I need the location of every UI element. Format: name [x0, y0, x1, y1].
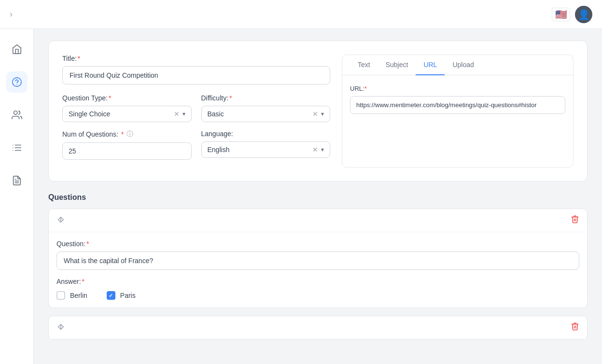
answer-checkbox-paris[interactable]	[107, 291, 115, 300]
language-arrow-icon[interactable]: ▾	[321, 146, 324, 153]
tab-text[interactable]: Text	[350, 55, 378, 75]
language-label: Language:	[201, 130, 331, 138]
answer-text-berlin: Berlin	[70, 292, 87, 299]
answer-checkbox-berlin[interactable]	[56, 291, 65, 300]
help-circle-icon: ⓘ	[126, 130, 133, 139]
title-row: Title:*	[62, 55, 330, 84]
answer-label: Answer:*	[56, 278, 579, 285]
avatar[interactable]: 👤	[575, 6, 592, 23]
svg-point-2	[14, 111, 17, 114]
url-label: URL:*	[350, 85, 565, 92]
answer-item-berlin: Berlin	[56, 291, 87, 300]
card-inner: Title:* Question Type:* Single Choice	[62, 55, 574, 168]
sidebar-item-list[interactable]	[6, 137, 28, 158]
question-field-label: Question:*	[56, 240, 579, 248]
difficulty-label: Difficulty:*	[201, 94, 331, 102]
language-clear-icon[interactable]: ✕	[312, 146, 318, 154]
card-left: Title:* Question Type:* Single Choice	[62, 55, 330, 168]
topbar-right: 🇺🇸 👤	[552, 6, 592, 23]
main-form-card: Title:* Question Type:* Single Choice	[48, 41, 588, 182]
title-input[interactable]	[62, 66, 330, 84]
question-type-arrow-icon[interactable]: ▾	[182, 111, 185, 117]
difficulty-col: Difficulty:* Basic ✕ ▾	[201, 94, 331, 122]
svg-point-0	[12, 78, 21, 86]
title-label: Title:*	[62, 55, 330, 62]
question-type-label: Question Type:*	[62, 94, 192, 102]
sidebar-item-home[interactable]	[6, 39, 28, 60]
question-card: Question:* Answer:* Berlin Paris	[48, 209, 588, 308]
language-value: English	[208, 146, 310, 154]
tab-subject[interactable]: Subject	[378, 55, 416, 75]
url-input[interactable]	[350, 96, 565, 114]
difficulty-select[interactable]: Basic ✕ ▾	[201, 106, 331, 122]
tab-url-content: URL:*	[342, 75, 573, 124]
main-content: Title:* Question Type:* Single Choice	[34, 29, 602, 364]
num-questions-col: Num of Questions:* ⓘ	[62, 130, 192, 160]
question-type-clear-icon[interactable]: ✕	[174, 110, 180, 118]
answers-row: Berlin Paris	[56, 291, 579, 300]
question-card-2-header	[49, 316, 587, 339]
topbar: › 🇺🇸 👤	[0, 0, 602, 29]
topbar-left: ›	[10, 9, 13, 19]
delete-question-2-button[interactable]	[571, 322, 579, 333]
num-questions-label: Num of Questions:* ⓘ	[62, 130, 192, 139]
question-card-body: Question:* Answer:* Berlin Paris	[49, 232, 587, 308]
difficulty-value: Basic	[208, 110, 310, 118]
tab-upload[interactable]: Upload	[445, 55, 481, 75]
delete-question-button[interactable]	[571, 215, 579, 226]
sidebar-item-users[interactable]	[6, 104, 28, 126]
sort-icon-2[interactable]	[56, 322, 65, 333]
question-type-select[interactable]: Single Choice ✕ ▾	[62, 106, 192, 122]
sidebar-item-help[interactable]	[6, 71, 28, 93]
questions-section: Questions	[48, 193, 588, 340]
num-questions-input[interactable]	[62, 142, 192, 160]
question-input[interactable]	[56, 252, 579, 270]
question-type-col: Question Type:* Single Choice ✕ ▾	[62, 94, 192, 122]
num-language-row: Num of Questions:* ⓘ Language: English	[62, 130, 330, 160]
questions-section-title: Questions	[48, 193, 588, 202]
question-card-2	[48, 316, 588, 340]
answer-item-paris: Paris	[107, 291, 136, 300]
difficulty-arrow-icon[interactable]: ▾	[321, 111, 324, 117]
difficulty-clear-icon[interactable]: ✕	[312, 110, 318, 118]
tab-url[interactable]: URL	[416, 55, 445, 75]
collapse-icon[interactable]: ›	[10, 9, 13, 19]
question-difficulty-row: Question Type:* Single Choice ✕ ▾ Diffic…	[62, 94, 330, 122]
tabs: Text Subject URL Upload	[342, 55, 573, 75]
sidebar-item-document[interactable]	[6, 170, 28, 191]
sidebar	[0, 29, 34, 364]
language-flag[interactable]: 🇺🇸	[552, 8, 570, 21]
layout: Title:* Question Type:* Single Choice	[0, 29, 602, 364]
answer-text-paris: Paris	[120, 292, 136, 299]
language-select[interactable]: English ✕ ▾	[201, 141, 331, 158]
question-type-value: Single Choice	[69, 110, 171, 118]
sort-icon[interactable]	[56, 215, 65, 226]
url-panel: Text Subject URL Upload URL:*	[342, 55, 574, 168]
language-col: Language: English ✕ ▾	[201, 130, 331, 160]
question-card-header	[49, 209, 587, 232]
